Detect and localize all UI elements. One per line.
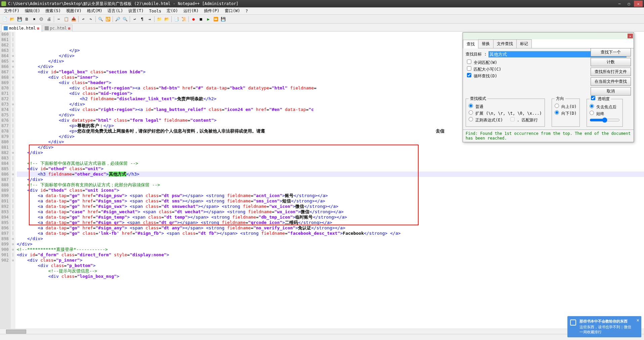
find-dialog-titlebar[interactable]: ✕	[463, 33, 634, 39]
macro-play-icon[interactable]: ▶	[205, 16, 212, 23]
menu-edit[interactable]: 编辑(E)	[22, 7, 43, 14]
undo-icon[interactable]: ↶	[80, 16, 87, 23]
cut-icon[interactable]: ✂	[55, 16, 62, 23]
menu-search[interactable]: 搜索(S)	[43, 7, 63, 14]
menu-format[interactable]: 格式(M)	[84, 7, 105, 14]
find-tab-infiles[interactable]: 文件查找	[493, 39, 517, 48]
find-tab-find[interactable]: 查找	[463, 40, 478, 48]
close-button[interactable]: ✕	[634, 1, 643, 7]
find-tabs: 查找 替换 文件查找 标记	[463, 39, 634, 48]
menu-macro[interactable]: 宏(O)	[164, 7, 181, 14]
trans-lostfocus-radio[interactable]: 失去焦点后	[590, 104, 620, 110]
save-icon[interactable]: 💾	[16, 16, 23, 23]
toast-body: 这些东西，读书也学不到｜微信一周收藏排行	[579, 325, 632, 334]
indent-icon[interactable]: ⇥	[146, 16, 153, 23]
menu-window[interactable]: 窗口(W)	[222, 7, 243, 14]
macro-stop-icon[interactable]: ■	[198, 16, 204, 23]
file-icon	[4, 26, 8, 30]
find-dialog: ✕ 查找 替换 文件查找 标记 查找目标 : ▾ 查找下一个 计数 查找所有打开…	[463, 32, 634, 142]
saveall-icon[interactable]: 🗎	[24, 16, 30, 23]
close-icon[interactable]: ✖	[31, 16, 38, 23]
mode-normal-radio[interactable]: 普通	[469, 104, 542, 110]
macro-save-icon[interactable]: 💾	[220, 16, 226, 23]
find-status: Find: Found the 1st occurrence from the …	[463, 129, 634, 142]
menu-plugins[interactable]: 插件(P)	[201, 7, 222, 14]
find-in-current-button[interactable]: 在当前文件中查找	[591, 77, 631, 86]
cancel-button[interactable]: 取消	[591, 87, 631, 96]
window-titlebar: C:\Users\Administrator\Desktop\默认全屏显示竖向广…	[0, 0, 644, 7]
find-tab-mark[interactable]: 标记	[516, 39, 532, 48]
maximize-button[interactable]: ▢	[625, 1, 633, 7]
find-target-label: 查找目标 :	[466, 51, 486, 57]
find-tab-replace[interactable]: 替换	[478, 39, 493, 48]
transparency-slider[interactable]	[590, 117, 620, 123]
tab-mobile[interactable]: mobile.html ⊠	[1, 25, 42, 32]
find-close-icon[interactable]: ✕	[628, 34, 633, 38]
dir-down-radio[interactable]: 向下(D)	[555, 110, 577, 116]
document-tabs: mobile.html ⊠ pc.html ⊠	[0, 24, 644, 32]
fold-gutter[interactable]: ││││⊟⊟⊟│⊟││││⊟││││││││⊟│││⊟│││││││││││⊟⊟…	[11, 32, 15, 334]
mode-regex-radio[interactable]: 正则表达式(E) . 匹配新行	[469, 117, 542, 123]
menu-file[interactable]: 文件(F)	[1, 7, 22, 14]
copy-icon[interactable]: 📋	[63, 16, 70, 23]
zoomin-icon[interactable]: 🔎	[114, 16, 121, 23]
dir-up-radio[interactable]: 向上(U)	[555, 104, 577, 110]
wordwrap-icon[interactable]: ↩	[131, 16, 138, 23]
doclist-icon[interactable]: 📑	[173, 16, 180, 23]
find-icon[interactable]: 🔍	[97, 16, 104, 23]
funclist-icon[interactable]: 📜	[180, 16, 187, 23]
print-icon[interactable]: 🖨	[46, 16, 52, 23]
tab-label: mobile.html	[9, 26, 36, 31]
horizontal-scrollbar[interactable]	[0, 329, 644, 334]
menu-lang[interactable]: 语言(L)	[105, 7, 126, 14]
search-mode-group: 查找模式 普通 扩展 (\n, \r, \t, \0, \x...) 正则表达式…	[466, 96, 545, 127]
find-buttons: 查找下一个 计数 查找所有打开文件 在当前文件中查找 取消	[591, 48, 631, 96]
tab-pc[interactable]: pc.html ⊠	[42, 25, 73, 32]
replace-icon[interactable]: 🔁	[104, 16, 111, 23]
menu-help[interactable]: ?	[243, 8, 251, 14]
redo-icon[interactable]: ↷	[87, 16, 94, 23]
macro-rec-icon[interactable]: ●	[190, 16, 197, 23]
open-icon[interactable]: 📂	[9, 16, 15, 23]
menu-bar: 文件(F) 编辑(E) 搜索(S) 视图(V) 格式(M) 语言(L) 设置(T…	[0, 7, 644, 15]
menu-settings[interactable]: 设置(T)	[126, 7, 146, 14]
closeall-icon[interactable]: ⛒	[38, 16, 45, 23]
menu-view[interactable]: 视图(V)	[63, 7, 84, 14]
mode-extended-radio[interactable]: 扩展 (\n, \r, \t, \0, \x...)	[469, 110, 542, 116]
unfold-icon[interactable]: 📂	[163, 16, 170, 23]
fold-icon[interactable]: 📁	[156, 16, 163, 23]
toast-close-icon[interactable]: ×	[637, 317, 639, 323]
notification-toast[interactable]: × 那些书本中不会教给你的东西 这些东西，读书也学不到｜微信一周收藏排行	[567, 316, 641, 334]
line-number-gutter: 8608618628638648658668678688698708718728…	[0, 32, 11, 334]
tab-close-icon[interactable]: ⊠	[37, 27, 39, 30]
direction-group: 方向 向上(U) 向下(D)	[552, 96, 580, 127]
showall-icon[interactable]: ¶	[139, 16, 145, 23]
tab-close-icon[interactable]: ⊠	[68, 27, 70, 30]
minimize-button[interactable]: ─	[615, 1, 624, 7]
trans-always-radio[interactable]: 始终	[590, 111, 620, 117]
scrollbar-thumb[interactable]	[6, 330, 26, 334]
transparency-group: 透明度 失去焦点后 始终	[587, 96, 623, 127]
file-icon	[45, 26, 49, 30]
app-icon	[1, 1, 6, 6]
menu-run[interactable]: 运行(R)	[181, 7, 202, 14]
menu-tools[interactable]: Tools	[146, 8, 164, 14]
zoomout-icon[interactable]: 🔍	[122, 16, 128, 23]
find-next-button[interactable]: 查找下一个	[591, 48, 631, 56]
editor-area: 8608618628638648658668678688698708718728…	[0, 32, 644, 334]
toast-title: 那些书本中不会教给你的东西	[579, 319, 632, 324]
count-button[interactable]: 计数	[591, 58, 631, 66]
new-icon[interactable]: 📄	[1, 16, 8, 23]
window-title: C:\Users\Administrator\Desktop\默认全屏显示竖向广…	[8, 1, 239, 7]
tab-label: pc.html	[50, 26, 67, 31]
toast-icon	[570, 319, 576, 326]
find-all-open-button[interactable]: 查找所有打开文件	[591, 68, 631, 76]
toolbar: 📄 📂 💾 🗎 ✖ ⛒ 🖨 ✂ 📋 📥 ↶ ↷ 🔍 🔁 🔎 🔍 ↩ ¶ ⇥ 📁 …	[0, 15, 644, 24]
macro-repeat-icon[interactable]: ⏩	[212, 16, 219, 23]
paste-icon[interactable]: 📥	[70, 16, 77, 23]
